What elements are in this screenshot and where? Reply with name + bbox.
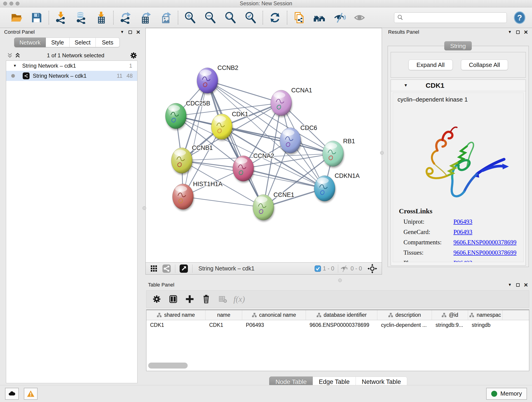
column-header-database-identifier[interactable]: database identifier (306, 310, 377, 320)
fit-content-button[interactable] (365, 264, 380, 273)
add-column-button[interactable] (183, 293, 196, 306)
network-graph[interactable]: CCNB2CCNA1CDC25BCDK1CDC6RB1CCNB1CCNA2CDK… (146, 28, 382, 262)
column-header-shared-name[interactable]: shared name (146, 310, 206, 320)
export-table-button[interactable] (136, 10, 156, 26)
panel-menu-icon[interactable]: ▼ (120, 30, 124, 34)
table-cell[interactable]: stringdb (468, 320, 502, 330)
panel-close-icon[interactable]: × (136, 30, 140, 34)
column-header-description[interactable]: description (377, 310, 432, 320)
table-cell[interactable]: CDK1 (206, 320, 242, 330)
panel-float-icon[interactable] (128, 31, 132, 34)
network-canvas[interactable]: CCNB2CCNA1CDC25BCDK1CDC6RB1CCNB1CCNA2CDK… (146, 28, 382, 263)
duplicate-network-button[interactable] (289, 10, 309, 26)
node-CCNA1[interactable]: CCNA1 (271, 87, 312, 116)
memory-button[interactable]: Memory (486, 388, 527, 400)
open-session-button[interactable] (6, 10, 27, 26)
node-label-CDC6: CDC6 (300, 124, 317, 131)
edge-CCNB2-HIST1H1A[interactable] (183, 80, 208, 197)
expand-all-icon[interactable] (14, 52, 22, 58)
help-button[interactable]: ? (513, 11, 526, 24)
zoom-in-button[interactable] (180, 10, 200, 26)
edge-CCNB2-CCNA1[interactable] (207, 80, 281, 103)
network-overview-button[interactable] (309, 10, 329, 26)
crosslink-link[interactable]: P06493 (453, 218, 472, 225)
export-network-button[interactable] (115, 10, 136, 26)
hidden-eye-icon[interactable] (340, 265, 349, 272)
panel-menu-icon[interactable]: ▼ (508, 30, 512, 34)
tab-select[interactable]: Select (70, 38, 96, 47)
zoom-selected-button[interactable] (241, 10, 261, 26)
collection-expander-icon[interactable]: ▼ (13, 64, 17, 68)
import-table-button[interactable] (91, 10, 111, 26)
node-CCNE1[interactable]: CCNE1 (253, 191, 294, 220)
table-cell[interactable]: P06493 (242, 320, 306, 330)
delete-column-button[interactable] (200, 293, 213, 306)
search-input[interactable] (405, 14, 504, 21)
table-cell[interactable]: cyclin-dependent ... (377, 320, 432, 330)
panel-close-icon[interactable]: × (524, 283, 528, 287)
node-CDKN1A[interactable]: CDKN1A (314, 172, 360, 201)
birdseye-view-button[interactable] (148, 264, 160, 273)
crosslink-link[interactable]: P06493 (453, 229, 472, 236)
node-CCNB1[interactable]: CCNB1 (171, 144, 213, 173)
column-header-name[interactable]: name (206, 310, 242, 320)
control-panel-tabs: Network Style Select Sets (14, 38, 120, 47)
table-row[interactable]: CDK1CDK1P064939606.ENSP00000378699cyclin… (146, 320, 529, 330)
export-image-button[interactable] (156, 10, 176, 26)
network-collection-row[interactable]: ▼ String Network – cdk1 1 (6, 61, 137, 71)
crosslink-link[interactable]: 9606.ENSP00000378699 (453, 239, 516, 246)
main-area: Control Panel ▼ × Network Style Select S… (0, 28, 532, 385)
horizontal-splitter-handle[interactable] (338, 279, 342, 282)
show-columns-button[interactable] (167, 293, 180, 306)
collapse-all-button[interactable]: Collapse All (461, 60, 508, 70)
panel-close-icon[interactable]: × (524, 30, 528, 34)
column-header-@id[interactable]: @id (432, 310, 468, 320)
node-CCNA2[interactable]: CCNA2 (233, 153, 274, 181)
network-row[interactable]: String Network – cdk1 11 48 (6, 71, 137, 81)
function-builder-button[interactable]: f(x) (233, 293, 246, 306)
gene-collapse-icon[interactable]: ▼ (404, 83, 408, 88)
table-cell[interactable]: 9606.ENSP00000378699 (306, 320, 377, 330)
network-share-button[interactable] (160, 264, 173, 273)
refresh-view-button[interactable] (265, 10, 285, 26)
show-all-button[interactable] (350, 10, 370, 26)
horizontal-scrollbar-thumb[interactable] (148, 363, 188, 369)
expand-all-button[interactable]: Expand All (409, 60, 453, 70)
panel-float-icon[interactable] (516, 31, 520, 34)
tab-style[interactable]: Style (46, 38, 70, 47)
tab-network[interactable]: Network (14, 38, 46, 47)
gene-card-header[interactable]: ▼ CDK1 (391, 80, 526, 91)
zoom-out-button[interactable] (200, 10, 220, 26)
vertical-splitter-handle[interactable] (380, 151, 384, 155)
column-header-canonical-name[interactable]: canonical name (242, 310, 306, 320)
panel-float-icon[interactable] (516, 283, 520, 287)
tab-sets[interactable]: Sets (96, 38, 120, 47)
panel-menu-icon[interactable]: ▼ (508, 283, 512, 287)
vertical-splitter-handle[interactable] (143, 206, 146, 210)
search-box[interactable] (394, 12, 507, 23)
collapse-all-icon[interactable] (6, 52, 14, 58)
edge-HIST1H1A-CCNE1[interactable] (183, 197, 264, 207)
crosslink-link[interactable]: P06493 (453, 259, 472, 262)
clear-table-button[interactable] (216, 293, 229, 306)
save-session-button[interactable] (27, 10, 47, 26)
import-database-button[interactable] (71, 10, 91, 26)
cloud-status-button[interactable] (5, 388, 19, 400)
selected-checkbox-icon[interactable] (315, 265, 321, 272)
import-network-button[interactable] (51, 10, 71, 26)
table-cell[interactable]: stringdb:9... (432, 320, 468, 330)
hide-selected-button[interactable] (329, 10, 350, 26)
node-RB1[interactable]: RB1 (323, 138, 355, 167)
crosslink-link[interactable]: 9606.ENSP00000378699 (453, 249, 516, 256)
zoom-fit-button[interactable] (220, 10, 241, 26)
table-options-button[interactable] (150, 293, 163, 306)
node-HIST1H1A[interactable]: HIST1H1A (172, 181, 222, 210)
warning-status-button[interactable] (24, 388, 38, 400)
edge-CCNB2-CCNE1[interactable] (207, 80, 263, 207)
network-options-gear-icon[interactable] (130, 51, 138, 59)
column-header-namespac[interactable]: namespac (468, 310, 502, 320)
node-CCNB2[interactable]: CCNB2 (197, 64, 238, 93)
open-in-window-button[interactable] (177, 264, 190, 273)
table-cell[interactable]: CDK1 (146, 320, 206, 330)
string-results-tab[interactable]: String (444, 41, 472, 51)
